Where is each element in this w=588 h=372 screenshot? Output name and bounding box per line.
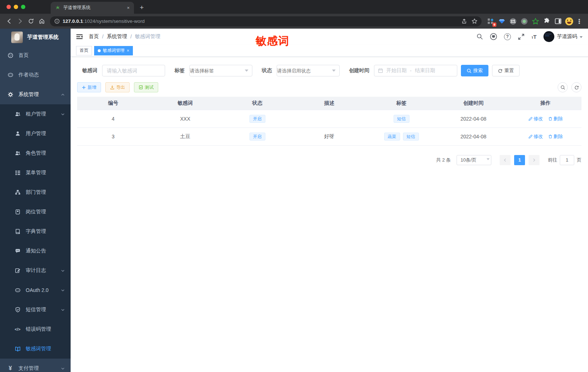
command-extension-icon[interactable] — [509, 17, 517, 25]
goto-page-input[interactable] — [560, 155, 574, 165]
sidebar-item-user-management[interactable]: 用户管理 — [0, 124, 71, 143]
plus-icon — [82, 85, 86, 89]
table-header-row: 编号 敏感词 状态 描述 标签 创建时间 操作 — [77, 97, 581, 110]
tab-close-icon[interactable]: × — [127, 5, 130, 11]
sidebar-item-label: OAuth 2.0 — [26, 287, 49, 293]
close-window-button[interactable] — [7, 5, 11, 9]
tab-manager-extension-icon[interactable]: 9 — [487, 17, 495, 25]
prev-page-button[interactable] — [500, 155, 511, 165]
date-start-placeholder[interactable]: 开始日期 — [386, 67, 407, 74]
chevron-down-icon — [332, 70, 336, 74]
url-bar[interactable]: 127.0.0.1:1024/system/sensitive-word — [50, 16, 482, 26]
sidebar-item-menu-management[interactable]: 菜单管理 — [0, 163, 71, 183]
site-info-icon[interactable] — [54, 18, 60, 24]
user-menu[interactable]: 芋道源码 — [543, 31, 583, 42]
reload-icon[interactable] — [25, 16, 36, 27]
col-actions: 操作 — [509, 97, 581, 110]
edit-link[interactable]: 修改 — [528, 116, 543, 122]
sidebar-item-dept-management[interactable]: 部门管理 — [0, 183, 71, 202]
sidebar-item-dict-management[interactable]: 字典管理 — [0, 222, 71, 241]
side-panel-icon[interactable] — [554, 17, 562, 25]
recorder-extension-icon[interactable] — [520, 17, 528, 25]
bookmark-star-icon[interactable] — [469, 17, 479, 26]
back-icon[interactable] — [4, 16, 14, 27]
sidebar-item-sensitive-word[interactable]: 敏感词管理 — [0, 339, 71, 359]
date-range-picker[interactable]: 开始日期 - 结束日期 — [374, 65, 457, 76]
sidebar-item-label: 错误码管理 — [26, 326, 51, 333]
sidebar-item-post-management[interactable]: 岗位管理 — [0, 202, 71, 222]
tag-home[interactable]: 首页 — [76, 46, 92, 55]
sidebar-item-error-code[interactable]: </> 错误码管理 — [0, 319, 71, 339]
sidebar-item-sms-management[interactable]: 短信管理 — [0, 300, 71, 319]
sidebar-item-label: 支付管理 — [18, 365, 39, 372]
status-select[interactable] — [277, 65, 340, 76]
add-button[interactable]: 新增 — [77, 82, 101, 92]
keyword-input[interactable] — [102, 65, 165, 76]
search-button[interactable]: 搜索 — [461, 65, 488, 76]
github-icon[interactable] — [490, 33, 497, 40]
sidebar-item-audit-log[interactable]: 审计日志 — [0, 261, 71, 280]
show-search-icon-button[interactable] — [558, 82, 568, 92]
delete-link[interactable]: 删除 — [548, 116, 563, 122]
sidebar-item-system-management[interactable]: 系统管理 — [0, 85, 71, 104]
active-dot — [98, 49, 101, 52]
sidebar-logo[interactable]: 芋道管理系统 — [0, 29, 71, 46]
sidebar-item-pay-management[interactable]: ¥ 支付管理 — [0, 359, 71, 372]
favicon-leaf-icon — [55, 5, 60, 11]
delete-link[interactable]: 删除 — [548, 133, 563, 140]
next-page-button[interactable] — [529, 155, 539, 165]
sidebar-item-notice[interactable]: 通知公告 — [0, 241, 71, 261]
date-end-placeholder[interactable]: 结束日期 — [415, 67, 435, 74]
tag-sensitive-word[interactable]: 敏感词管理 × — [94, 46, 133, 55]
sidebar-item-label: 租户管理 — [26, 111, 46, 117]
page-number-1[interactable]: 1 — [514, 155, 525, 165]
share-icon[interactable] — [459, 17, 469, 26]
browser-tab[interactable]: 芋道管理系统 × — [51, 2, 134, 14]
font-size-icon[interactable]: тT — [532, 34, 537, 40]
sidebar-item-tenant-management[interactable]: 租户管理 — [0, 104, 71, 124]
gear-icon — [7, 92, 13, 97]
main-area: 敏感词 首页 / 系统管理 / 敏感词管理 ? — [71, 29, 588, 372]
tag-close-icon[interactable]: × — [127, 48, 129, 53]
tag-select-input[interactable] — [190, 68, 240, 74]
refresh-table-icon-button[interactable] — [571, 82, 581, 92]
chevron-down-icon — [61, 288, 65, 292]
edit-link[interactable]: 修改 — [528, 133, 543, 140]
tab-strip: 芋道管理系统 × + — [0, 0, 588, 14]
sidebar-fold-icon[interactable] — [76, 34, 83, 40]
profile-avatar-emoji[interactable] — [565, 17, 573, 25]
chevron-down-icon — [487, 158, 490, 162]
fullscreen-icon[interactable] — [518, 33, 525, 40]
home-icon[interactable] — [36, 16, 47, 27]
minimize-window-button[interactable] — [14, 5, 18, 9]
new-tab-button[interactable]: + — [140, 4, 144, 12]
help-icon[interactable]: ? — [504, 33, 511, 40]
yen-icon: ¥ — [7, 365, 13, 372]
maximize-window-button[interactable] — [21, 5, 25, 9]
breadcrumb-home[interactable]: 首页 — [89, 33, 99, 40]
extensions-puzzle-icon[interactable] — [543, 17, 551, 25]
sidebar-item-author-news[interactable]: 作者动态 — [0, 65, 71, 85]
page-content: 敏感词 标签 状态 — [71, 57, 588, 372]
test-button[interactable]: 测试 — [134, 82, 158, 92]
export-button[interactable]: 导出 — [105, 82, 130, 92]
gem-extension-icon[interactable] — [498, 17, 506, 25]
sidebar-item-label: 用户管理 — [26, 130, 46, 137]
sidebar-item-home[interactable]: 首页 — [0, 46, 71, 65]
page-size-select[interactable]: 10条/页 — [457, 155, 491, 165]
sidebar-item-label: 首页 — [18, 52, 29, 59]
browser-menu-icon[interactable]: ••• — [576, 18, 582, 24]
breadcrumb-system[interactable]: 系统管理 — [107, 33, 127, 40]
sidebar-item-role-management[interactable]: 角色管理 — [0, 143, 71, 163]
forward-icon[interactable] — [14, 16, 25, 27]
cell-id: 3 — [77, 128, 149, 145]
sidebar-item-label: 系统管理 — [18, 91, 39, 98]
header-search-icon[interactable] — [476, 33, 483, 40]
green-star-extension-icon[interactable] — [532, 17, 539, 25]
red-watermark-text: 敏感词 — [256, 34, 289, 49]
sidebar-item-oauth[interactable]: OAuth 2.0 — [0, 280, 71, 300]
sidebar-item-label: 岗位管理 — [26, 209, 46, 215]
tag-select[interactable] — [189, 65, 252, 76]
reset-button[interactable]: 重置 — [492, 65, 520, 76]
status-select-input[interactable] — [277, 68, 328, 74]
